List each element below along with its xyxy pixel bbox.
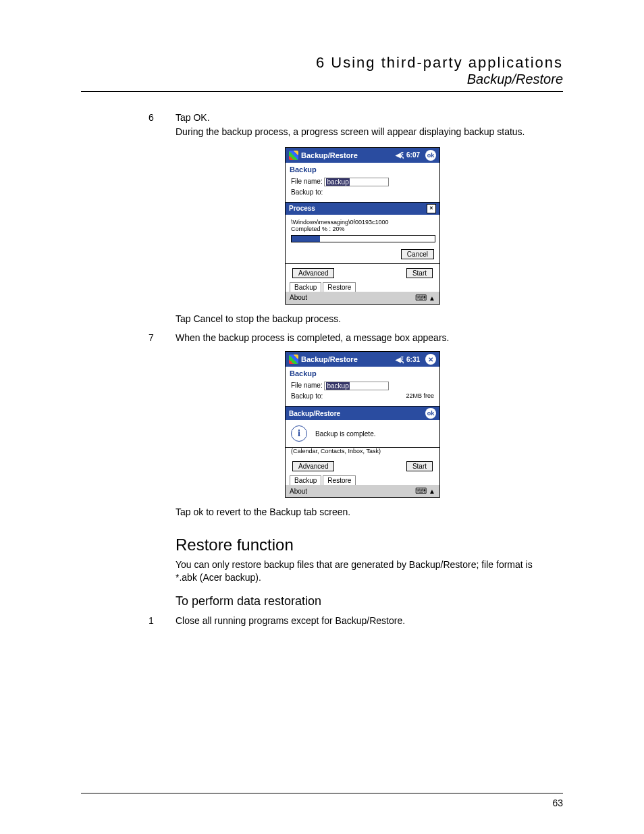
message-row: i Backup is complete. [286,420,439,447]
cancel-note: Tap Cancel to stop the backup process. [176,313,549,326]
footer-rule [81,793,563,793]
cancel-button[interactable]: Cancel [401,249,434,259]
form-body: File name: backup Backup to: [286,174,439,202]
message-dialog: Backup/Restore ok i Backup is complete. [285,406,440,448]
restore-step-1: 1 Close all running programs except for … [176,615,549,626]
close-icon[interactable]: × [427,204,436,213]
progress-path: \Windows\messaging\0f00193c1000 [291,219,434,226]
backupto-label: Backup to: [291,392,323,400]
start-icon[interactable] [289,151,298,160]
filter-list: (Calendar, Contacts, Inbox, Task) [286,448,439,457]
step-number: 1 [149,615,154,626]
window-title: Backup/Restore [301,355,393,363]
dialog-title: Process [289,205,315,212]
dialog-body: \Windows\messaging\0f00193c1000 Complete… [286,215,439,263]
menubar: About ⌨ ▲ [286,485,439,497]
keyboard-icon[interactable]: ⌨ [415,486,427,496]
info-icon: i [291,425,307,442]
mode-label: Backup [286,163,439,174]
filename-input[interactable]: backup [324,382,389,390]
dialog-titlebar: Backup/Restore ok [286,407,439,420]
ok-note: Tap ok to revert to the Backup tab scree… [176,506,549,519]
start-icon[interactable] [289,355,298,364]
free-space: 22MB free [406,392,434,400]
filename-label: File name: [291,382,323,389]
tab-backup[interactable]: Backup [290,282,321,292]
tab-backup[interactable]: Backup [290,475,321,485]
filename-label: File name: [291,178,323,185]
content-area: 6 Tap OK. During the backup process, a p… [176,112,549,626]
page-number: 63 [552,798,563,808]
start-button[interactable]: Start [406,461,433,471]
about-menu[interactable]: About [290,294,307,301]
speaker-icon[interactable]: ◀ξ [396,151,404,159]
process-dialog: Process × \Windows\messaging\0f00193c100… [285,202,440,264]
filename-input[interactable]: backup [324,178,389,186]
step-description: During the backup process, a progress sc… [176,126,549,139]
progress-percent: Completed % : 20% [291,226,434,232]
progress-bar [291,235,435,242]
speaker-icon[interactable]: ◀ξ [396,356,404,363]
button-row: Advanced Start [286,264,439,282]
mode-label: Backup [286,367,439,377]
step-6: 6 Tap OK. During the backup process, a p… [176,112,549,139]
about-menu[interactable]: About [290,488,307,495]
button-row: Advanced Start [286,457,439,475]
screenshot-backup-progress: Backup/Restore ◀ξ 6:07 ok Backup File na… [285,147,440,305]
form-body: File name: backup Backup to: 22MB free [286,377,439,406]
tabs: Backup Restore [286,475,439,485]
page: 6 Using third-party applications Backup/… [0,0,644,834]
start-button[interactable]: Start [406,268,433,278]
step-title: Tap OK. [176,112,549,123]
dialog-titlebar: Process × [286,203,439,215]
restore-subheading: To perform data restoration [176,594,549,608]
ok-button[interactable]: ok [425,408,436,419]
step-number: 7 [149,332,154,343]
tab-restore[interactable]: Restore [323,475,356,485]
clock: 6:31 [406,356,420,363]
step-text: Close all running programs except for Ba… [176,615,549,626]
restore-para: You can only restore backup files that a… [176,558,549,585]
ok-button[interactable]: ok [425,150,436,161]
step-title: When the backup process is completed, a … [176,332,549,343]
advanced-button[interactable]: Advanced [292,461,334,471]
keyboard-icon[interactable]: ⌨ [415,293,427,303]
screenshot-backup-complete: Backup/Restore ◀ξ 6:31 ✕ Backup File nam… [285,351,440,498]
tabs: Backup Restore [286,282,439,292]
dialog-title: Backup/Restore [289,410,340,417]
tab-restore[interactable]: Restore [323,282,356,292]
message-text: Backup is complete. [315,430,376,438]
step-7: 7 When the backup process is completed, … [176,332,549,343]
advanced-button[interactable]: Advanced [292,268,334,278]
close-button[interactable]: ✕ [425,354,436,365]
section-title: Backup/Restore [81,72,563,87]
menubar: About ⌨ ▲ [286,292,439,304]
chapter-title: 6 Using third-party applications [81,54,563,72]
clock: 6:07 [406,151,420,159]
up-arrow-icon[interactable]: ▲ [429,488,435,495]
step-number: 6 [149,112,154,123]
backupto-label: Backup to: [291,188,434,196]
page-header: 6 Using third-party applications Backup/… [81,54,563,92]
window-title: Backup/Restore [301,151,393,159]
titlebar: Backup/Restore ◀ξ 6:31 ✕ [286,352,439,367]
restore-heading: Restore function [176,536,549,554]
titlebar: Backup/Restore ◀ξ 6:07 ok [286,148,439,163]
up-arrow-icon[interactable]: ▲ [429,294,435,302]
